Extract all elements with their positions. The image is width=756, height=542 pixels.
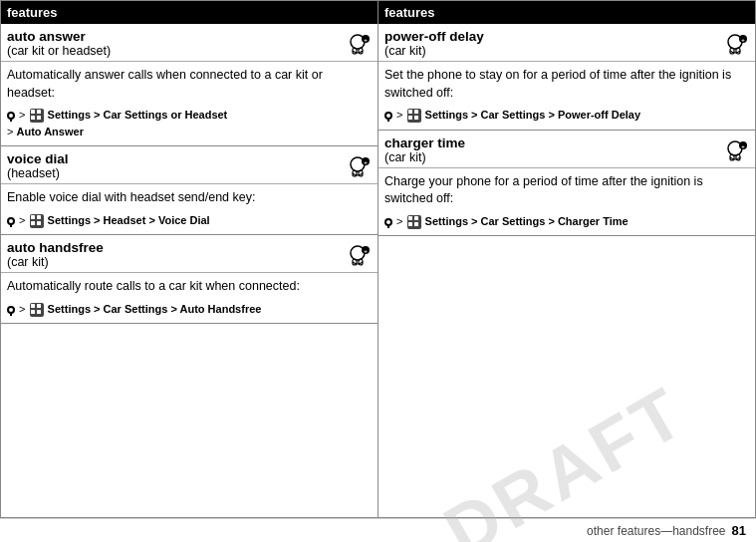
voice-dial-title: voice dial xyxy=(7,151,69,166)
svg-text:+: + xyxy=(741,143,745,149)
auto-handsfree-section: auto handsfree (car kit) + xyxy=(1,235,378,324)
nav-bullet-3 xyxy=(7,306,15,314)
svg-rect-5 xyxy=(31,110,35,114)
headset-icon-auto-answer: + xyxy=(344,31,372,59)
power-off-delay-title-block: power-off delay (car kit) xyxy=(384,29,484,58)
nav-text-1a: Settings > Car Settings or Headset xyxy=(48,109,228,121)
auto-answer-title-row: auto answer (car kit or headset) + xyxy=(1,24,378,62)
svg-rect-17 xyxy=(37,221,41,225)
charger-time-body-text: Charge your phone for a period of time a… xyxy=(384,174,703,206)
svg-rect-42 xyxy=(414,216,418,220)
nav-text-5: Settings > Car Settings > Charger Time xyxy=(425,215,629,227)
auto-answer-section: auto answer (car kit or headset) + xyxy=(1,24,378,146)
auto-handsfree-title-block: auto handsfree (car kit) xyxy=(7,240,104,269)
footer-text: other features—handsfree xyxy=(587,524,725,538)
voice-dial-body-text: Enable voice dial with headset send/end … xyxy=(7,190,255,204)
auto-answer-nav: > Settings > Car Settings or Headset > A… xyxy=(7,107,372,139)
nav-bullet-2 xyxy=(7,217,15,225)
power-off-delay-icon-cell: + xyxy=(717,29,749,59)
headset-icon-auto-handsfree: + xyxy=(344,242,372,270)
charger-time-subtitle: (car kit) xyxy=(384,150,465,164)
svg-rect-26 xyxy=(37,310,41,314)
nav-text-4: Settings > Car Settings > Power-off Dela… xyxy=(425,109,640,121)
auto-handsfree-body-text: Automatically route calls to a car kit w… xyxy=(7,279,300,293)
svg-text:+: + xyxy=(364,248,368,254)
charger-time-title: charger time xyxy=(384,136,465,150)
settings-grid-icon-1 xyxy=(30,109,44,123)
charger-time-icon-cell: + xyxy=(717,136,749,165)
nav-text-3: Settings > Car Settings > Auto Handsfree xyxy=(48,303,262,315)
svg-rect-16 xyxy=(31,221,35,225)
charger-time-title-row: charger time (car kit) + xyxy=(378,131,755,168)
power-off-delay-title: power-off delay xyxy=(384,29,484,44)
nav-text-2: Settings > Headset > Voice Dial xyxy=(48,214,210,226)
auto-handsfree-nav: > Settings > Car Settings > Auto Handsfr… xyxy=(7,301,372,318)
right-header-text: features xyxy=(384,5,435,20)
headset-icon-power-off-delay: + xyxy=(721,31,749,59)
voice-dial-subtitle: (headset) xyxy=(7,166,69,180)
power-off-delay-section: power-off delay (car kit) + xyxy=(378,24,755,131)
nav-arrow-2: > xyxy=(19,214,28,226)
auto-handsfree-body: Automatically route calls to a car kit w… xyxy=(1,273,378,323)
settings-grid-icon-4 xyxy=(407,109,421,123)
power-off-delay-body: Set the phone to stay on for a period of… xyxy=(378,62,755,130)
charger-time-nav: > Settings > Car Settings > Charger Time xyxy=(384,213,749,230)
right-col-header: features xyxy=(378,1,755,24)
settings-grid-icon-3 xyxy=(30,303,44,317)
page-container: features auto answer (car kit or headset… xyxy=(0,0,756,542)
svg-rect-6 xyxy=(37,110,41,114)
settings-grid-icon-5 xyxy=(407,215,421,229)
svg-text:+: + xyxy=(741,37,745,43)
nav-bullet-5 xyxy=(384,218,392,226)
power-off-delay-nav: > Settings > Car Settings > Power-off De… xyxy=(384,107,749,124)
svg-text:+: + xyxy=(364,37,368,43)
svg-rect-15 xyxy=(37,215,41,219)
right-column: features power-off delay (car kit) xyxy=(378,1,755,517)
nav-arrow-4: > xyxy=(396,109,405,121)
voice-dial-body: Enable voice dial with headset send/end … xyxy=(1,184,378,234)
left-column: features auto answer (car kit or headset… xyxy=(1,1,378,517)
auto-answer-subtitle: (car kit or headset) xyxy=(7,44,111,58)
svg-rect-7 xyxy=(31,116,35,120)
voice-dial-nav: > Settings > Headset > Voice Dial xyxy=(7,212,372,229)
svg-rect-25 xyxy=(31,310,35,314)
auto-handsfree-title-row: auto handsfree (car kit) + xyxy=(1,235,378,273)
auto-answer-title: auto answer xyxy=(7,29,111,44)
nav-bullet-4 xyxy=(384,112,392,120)
auto-answer-icon-cell: + xyxy=(340,29,372,59)
charger-time-section: charger time (car kit) + xyxy=(378,131,755,237)
power-off-delay-title-row: power-off delay (car kit) + xyxy=(378,24,755,62)
voice-dial-section: voice dial (headset) + xyxy=(1,146,378,235)
nav-arrow-1: > xyxy=(19,109,28,121)
svg-rect-44 xyxy=(414,222,418,226)
svg-rect-32 xyxy=(408,110,412,114)
power-off-delay-body-text: Set the phone to stay on for a period of… xyxy=(384,68,731,100)
svg-text:+: + xyxy=(364,159,368,165)
headset-icon-charger-time: + xyxy=(721,137,749,165)
nav-arrow-5: > xyxy=(396,215,405,227)
voice-dial-title-block: voice dial (headset) xyxy=(7,151,69,180)
svg-rect-33 xyxy=(414,110,418,114)
charger-time-title-block: charger time (car kit) xyxy=(384,136,465,164)
nav-arrow-3: > xyxy=(19,303,28,315)
settings-grid-icon-2 xyxy=(30,214,44,228)
svg-rect-34 xyxy=(408,116,412,120)
svg-rect-43 xyxy=(408,222,412,226)
voice-dial-icon-cell: + xyxy=(340,151,372,181)
main-content: features auto answer (car kit or headset… xyxy=(0,0,756,518)
headset-icon-voice-dial: + xyxy=(344,153,372,181)
auto-answer-body-text: Automatically answer calls when connecte… xyxy=(7,68,323,100)
svg-rect-23 xyxy=(31,304,35,308)
voice-dial-title-row: voice dial (headset) + xyxy=(1,146,378,184)
auto-answer-title-block: auto answer (car kit or headset) xyxy=(7,29,111,58)
svg-rect-35 xyxy=(414,116,418,120)
svg-rect-8 xyxy=(37,116,41,120)
auto-handsfree-icon-cell: + xyxy=(340,240,372,270)
page-footer: other features—handsfree 81 xyxy=(0,518,756,542)
power-off-delay-subtitle: (car kit) xyxy=(384,44,484,58)
nav-bullet-1 xyxy=(7,112,15,120)
left-col-header: features xyxy=(1,1,378,24)
auto-handsfree-title: auto handsfree xyxy=(7,240,104,255)
left-header-text: features xyxy=(7,5,58,20)
charger-time-body: Charge your phone for a period of time a… xyxy=(378,168,755,236)
